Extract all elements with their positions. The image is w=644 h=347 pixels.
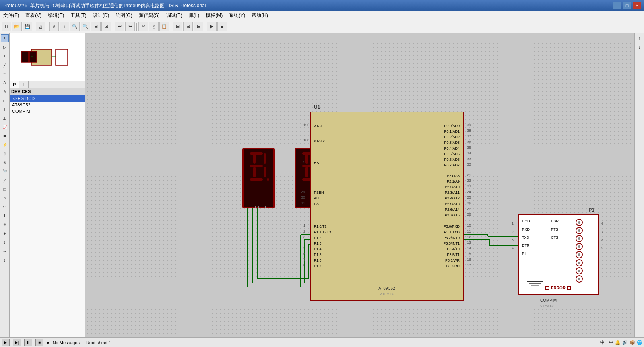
pin-tool[interactable]: ⊥ [1,114,9,122]
tab-p[interactable]: P [10,81,19,88]
align-top[interactable]: ⊟ [194,22,203,31]
device-at89c52[interactable]: AT89C52 [10,102,85,108]
pin-p12-label: P1.2 [314,236,322,240]
menu-edit[interactable]: 编辑(E) [45,11,67,20]
add-button[interactable]: + [60,22,69,31]
curr-probe[interactable]: ⊗ [1,158,9,166]
copy-button[interactable]: ⎘ [149,22,159,31]
status-message: No Messages [53,340,80,345]
menu-view[interactable]: 查看(V) [22,11,45,20]
wire-tool[interactable]: ╱ [1,61,9,69]
menu-tools[interactable]: 工具(T) [67,11,89,20]
tape-tool[interactable]: ⏺ [1,132,9,140]
compim-rnum-6: 6 [601,222,603,226]
pinnum-12: 12 [467,235,471,239]
zoom-in-button[interactable]: 🔍 [70,22,80,31]
align-right[interactable]: ⊟ [183,22,193,31]
redo-button[interactable]: ↪ [125,22,135,31]
virtual-inst[interactable]: 🔭 [1,167,9,175]
component-tool[interactable]: ▷ [1,43,9,51]
devices-header: DEVICES [10,88,85,95]
junction-tool[interactable]: + [1,52,9,60]
pin-xtal2-label: XTAL2 [314,139,325,143]
open-button[interactable]: 📂 [12,22,22,31]
zoom-tool[interactable]: ↕ [1,238,9,246]
menu-source[interactable]: 源代码(S) [136,11,163,20]
gen-tool[interactable]: ⚡ [1,141,9,149]
new-button[interactable]: 🗋 [2,22,11,31]
svg-rect-39 [250,178,263,181]
line-tool[interactable]: ╱ [1,176,9,184]
zoom-sel-button[interactable]: ⊡ [101,22,111,31]
status-icon-5: 🔊 [622,340,628,345]
terminal-tool[interactable]: ⊤ [1,105,9,113]
svg-rect-3 [29,51,37,62]
pause-button[interactable]: ⏸ [24,339,32,346]
rt-btn-1[interactable]: ↑ [636,34,644,42]
graph-tool[interactable]: 📈 [1,123,9,131]
pinnum-18: 18 [303,138,308,142]
stop-button[interactable]: ■ [35,339,43,346]
cut-button[interactable]: ✂ [138,22,148,31]
chip-u1: U1 XTAL1 XTAL2 RST PSEN ALE EA P1.0/T2 P… [310,112,464,301]
device-7seg[interactable]: 7SEG-BCD [10,95,85,102]
menu-file[interactable]: 文件(F) [0,11,22,20]
arc-tool[interactable]: ◠ [1,203,9,211]
status-icon-4: 🔔 [615,340,621,345]
print-button[interactable]: 🖨 [36,22,45,31]
pin-p07-label: P0.7/AD7 [444,163,460,167]
volt-probe[interactable]: ⊛ [1,150,9,158]
pin-p16-label: P1.6 [314,258,322,262]
rt-btn-2[interactable]: ↓ [636,43,644,51]
svg-rect-37 [264,153,266,164]
status-icon-2: · [606,340,607,345]
maximize-button[interactable]: □ [623,2,631,9]
close-button[interactable]: ✕ [633,2,641,9]
marker-tool[interactable]: + [1,229,9,237]
menu-design[interactable]: 设计(D) [90,11,113,20]
status-icon-3: 中 [609,339,613,345]
menu-draw[interactable]: 绘图(G) [112,11,135,20]
symbol-tool[interactable]: ⊕ [1,220,9,229]
pinnum-39: 39 [467,123,471,127]
menu-template[interactable]: 模板(M) [202,11,226,20]
menu-system[interactable]: 系统(Y) [226,11,248,20]
undo-button[interactable]: ↩ [115,22,124,31]
zoom-out-button[interactable]: 🔍 [80,22,90,31]
paste-button[interactable]: 📋 [159,22,169,31]
menu-help[interactable]: 帮助(H) [248,11,271,20]
chip-name: AT89C52 [378,286,395,291]
flip-v-tool[interactable]: ↕ [1,256,9,264]
play-button[interactable]: ▶ [2,339,10,346]
bus-tool[interactable]: ≡ [1,70,9,78]
menu-library[interactable]: 库(L) [186,11,203,20]
run-button[interactable]: ▶ [207,22,217,31]
script-tool[interactable]: ✎ [1,87,9,96]
circle-tool[interactable]: ○ [1,194,9,202]
box-tool[interactable]: □ [1,185,9,193]
svg-point-65 [578,253,580,256]
minimize-button[interactable]: ─ [613,2,621,9]
save-button[interactable]: 💾 [23,22,32,31]
compim-rnum-8: 8 [601,238,603,242]
svg-point-63 [578,245,580,248]
tab-l[interactable]: L [19,81,29,88]
grid-button[interactable]: # [49,22,59,31]
bus-entry[interactable]: ∟ [1,96,9,104]
select-tool[interactable]: ↖ [1,34,9,42]
pin-xtal1-label: XTAL1 [314,124,325,128]
text-tool[interactable]: T [1,212,9,220]
svg-rect-1 [56,49,68,65]
zoom-fit-button[interactable]: ⊞ [91,22,101,31]
flip-h-tool[interactable]: ↔ [1,247,9,255]
compim-connector: P1 DCD DSR RXD RTS TXD CTS DTR RI [518,214,599,295]
step-button[interactable]: ▶| [13,339,21,346]
menu-debug[interactable]: 调试(B) [163,11,186,20]
label-tool[interactable]: A [1,79,9,87]
svg-point-59 [578,229,580,232]
device-compim[interactable]: COMPIM [10,108,85,114]
pin-p13-label: P1.3 [314,241,322,245]
stop-button[interactable]: ■ [217,22,227,31]
align-left[interactable]: ⊟ [173,22,182,31]
canvas[interactable]: U1 XTAL1 XTAL2 RST PSEN ALE EA P1.0/T2 P… [85,33,634,337]
